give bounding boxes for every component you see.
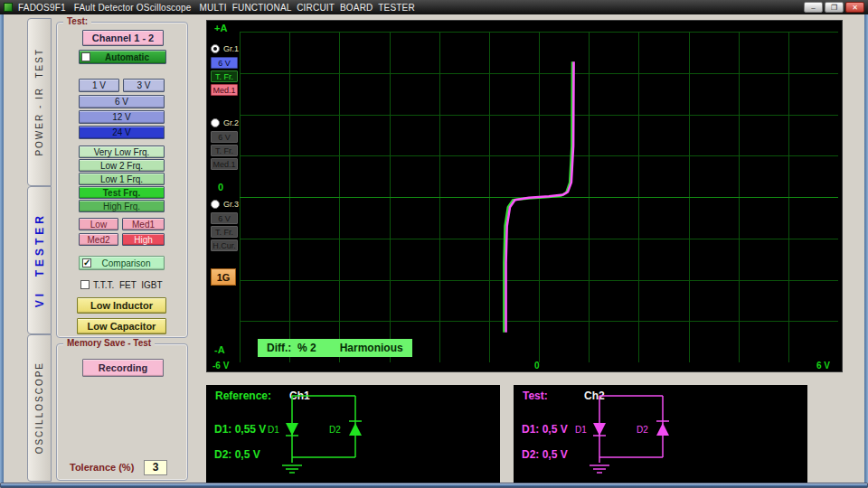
ttt-fet-igbt-label: T.T.T. FET IGBT	[93, 280, 163, 290]
x-axis-right-label: 6 V	[816, 361, 830, 371]
reference-d2-value: D2: 0,5 V	[214, 448, 260, 461]
group2-frequency-button[interactable]: T. Fr.	[211, 145, 238, 156]
reference-d1-value: D1: 0,55 V	[214, 423, 266, 436]
ttt-fet-igbt-row: T.T.T. FET IGBT	[80, 278, 166, 291]
group1-voltage-button[interactable]: 6 V	[211, 57, 238, 69]
freq-low1-button[interactable]: Low 1 Frq.	[79, 173, 165, 185]
maximize-button[interactable]: ❐	[825, 2, 844, 13]
window-controls: – ❐ ✕	[804, 2, 864, 13]
automatic-label: Automatic	[90, 52, 164, 62]
volt-3v-button[interactable]: 3 V	[123, 79, 165, 92]
memory-panel-legend: Memory Save - Test	[63, 338, 155, 348]
automatic-button[interactable]: Automatic	[79, 50, 166, 64]
group3-frequency-button[interactable]: T. Fr.	[211, 226, 238, 238]
group1-frequency-button[interactable]: T. Fr.	[211, 70, 238, 82]
volt-6v-button[interactable]: 6 V	[79, 95, 165, 108]
tab-vi-tester[interactable]: VI TESTER	[27, 186, 52, 334]
current-med1-button[interactable]: Med1	[122, 218, 165, 230]
group3-radio-row: Gr.3	[211, 200, 239, 209]
gain-1g-button[interactable]: 1G	[211, 268, 236, 286]
test-title: Test:	[523, 389, 548, 402]
test-d1-value: D1: 0,5 V	[522, 423, 568, 436]
window-border-left	[0, 14, 4, 483]
test-diode2-label: D2	[637, 425, 648, 435]
reference-panel: Reference: Ch1 D1 D2 D1: 0,55 V D2: 0,5 …	[206, 385, 500, 483]
test-result-panel: Test: Ch2 D1 D2 D1: 0,5 V D2: 0,5 V	[514, 385, 807, 483]
window-border-bottom	[0, 483, 868, 488]
volt-12v-button[interactable]: 12 V	[79, 110, 165, 124]
group3-radio[interactable]	[211, 200, 220, 209]
current-low-button[interactable]: Low	[79, 218, 118, 230]
tab-oscilloscope[interactable]: OSCILLOSCOPE	[27, 334, 52, 482]
close-button[interactable]: ✕	[845, 2, 864, 13]
tab-power-ir-test[interactable]: POWER - IR TEST	[27, 18, 52, 186]
tab-power-ir-test-label: POWER - IR TEST	[34, 48, 44, 156]
group3-current-button[interactable]: H.Cur.	[211, 239, 238, 251]
y-axis-bottom-label: -A	[214, 344, 225, 355]
volt-24v-button[interactable]: 24 V	[79, 126, 165, 139]
reference-diode2-label: D2	[329, 425, 341, 435]
tolerance-label: Tolerance (%)	[70, 462, 134, 473]
minimize-button[interactable]: –	[804, 2, 823, 13]
y-axis-top-label: +A	[214, 23, 227, 33]
test-diode1-label: D1	[575, 425, 587, 435]
tab-vi-tester-label: VI TESTER	[33, 212, 46, 307]
freq-low2-button[interactable]: Low 2 Frq.	[79, 159, 165, 172]
x-axis-zero-label: 0	[534, 361, 540, 371]
y-axis-zero-label: 0	[218, 182, 223, 192]
group2-voltage-button[interactable]: 6 V	[211, 131, 238, 143]
comparison-label: Comparison	[91, 258, 161, 268]
test-d2-value: D2: 0,5 V	[522, 448, 568, 461]
test-circuit-diagram: D1 D2	[550, 385, 703, 479]
window-titlebar: FADOS9F1 FAult Detector OScilloscope MUL…	[0, 0, 868, 14]
freq-test-button[interactable]: Test Frq.	[79, 186, 165, 199]
test-panel-legend: Test:	[63, 16, 91, 26]
channel-1-2-button[interactable]: Channel 1 - 2	[82, 30, 164, 46]
vi-graph-plot	[240, 32, 838, 362]
freq-high-button[interactable]: High Frq.	[79, 200, 165, 212]
diff-result-badge: Diff.: % 2 Harmonious	[258, 339, 412, 357]
group2-current-button[interactable]: Med.1	[211, 158, 238, 170]
window-title: FADOS9F1 FAult Detector OScilloscope MUL…	[18, 3, 415, 13]
low-inductor-button[interactable]: Low Inductor	[77, 297, 166, 314]
low-capacitor-button[interactable]: Low Capacitor	[77, 318, 166, 334]
freq-very-low-button[interactable]: Very Low Frq.	[79, 145, 165, 158]
memory-save-panel: Memory Save - Test Recording Tolerance (…	[56, 343, 188, 481]
group1-label: Gr.1	[223, 44, 239, 53]
group1-radio-row: Gr.1	[211, 44, 239, 53]
diff-value: Diff.: % 2	[267, 342, 316, 354]
x-axis-left-label: -6 V	[212, 361, 229, 371]
group2-radio-row: Gr.2	[211, 118, 239, 127]
group2-radio[interactable]	[211, 118, 220, 127]
current-med2-button[interactable]: Med2	[79, 233, 118, 246]
app-icon	[4, 3, 13, 12]
harmonious-status: Harmonious	[340, 342, 403, 354]
group3-voltage-button[interactable]: 6 V	[211, 212, 238, 224]
group1-current-button[interactable]: Med.1	[211, 84, 238, 96]
group2-label: Gr.2	[223, 118, 239, 127]
tolerance-input[interactable]: 3	[144, 460, 167, 475]
automatic-checkbox[interactable]	[81, 52, 90, 61]
vi-graph-panel: +A Gr.1 6 V T. Fr. Med.1 Gr.2 6 V T. Fr.…	[206, 20, 843, 372]
comparison-checkbox[interactable]	[82, 258, 91, 267]
recording-button[interactable]: Recording	[82, 359, 164, 377]
group1-radio[interactable]	[211, 44, 220, 53]
comparison-row: Comparison	[79, 256, 165, 270]
window-border-right	[864, 14, 868, 483]
volt-1v-button[interactable]: 1 V	[79, 79, 119, 92]
test-panel: Test: Channel 1 - 2 Automatic 1 V 3 V 6 …	[56, 22, 188, 338]
ttt-fet-igbt-checkbox[interactable]	[80, 280, 90, 289]
reference-diode1-label: D1	[268, 425, 279, 435]
tab-oscilloscope-label: OSCILLOSCOPE	[34, 361, 44, 454]
group3-label: Gr.3	[223, 200, 239, 209]
current-high-button[interactable]: High	[122, 233, 165, 246]
